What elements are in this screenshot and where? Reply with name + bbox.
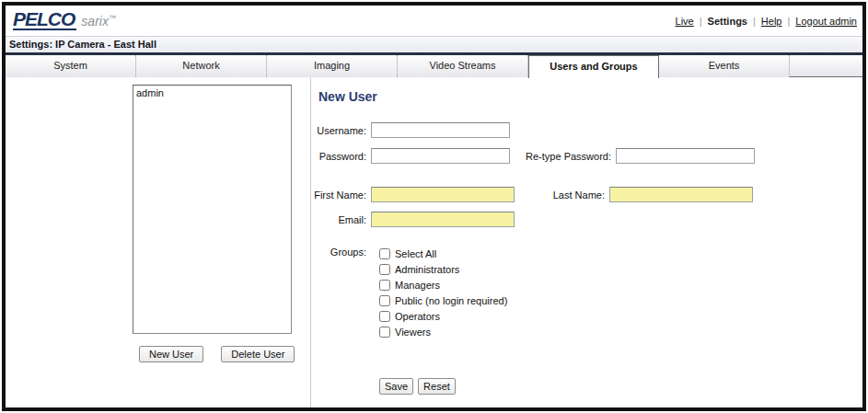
reset-button[interactable]: Reset bbox=[418, 378, 456, 395]
password-input[interactable] bbox=[371, 148, 510, 164]
operators-checkbox[interactable] bbox=[379, 311, 390, 322]
nav-live-link[interactable]: Live bbox=[676, 16, 694, 27]
password-label: Password: bbox=[311, 151, 366, 162]
first-name-input[interactable] bbox=[371, 187, 515, 202]
page-frame: PELCOsarix™ Live|Settings|Help|Logout ad… bbox=[2, 2, 866, 411]
tab-events[interactable]: Events bbox=[659, 55, 790, 77]
password-row: Password: Re-type Password: bbox=[311, 148, 755, 164]
group-option-administrators[interactable]: Administrators bbox=[379, 261, 507, 277]
save-button[interactable]: Save bbox=[379, 378, 413, 395]
group-option-label: Select All bbox=[395, 248, 436, 259]
tab-network[interactable]: Network bbox=[136, 55, 267, 77]
tab-bar-filler bbox=[790, 55, 862, 76]
tab-system[interactable]: System bbox=[6, 55, 136, 77]
new-user-button[interactable]: New User bbox=[139, 346, 203, 362]
page-title: Settings: IP Camera - East Hall bbox=[6, 36, 862, 52]
nav-separator: | bbox=[753, 16, 756, 27]
tab-bar: System Network Imaging Video Streams Use… bbox=[6, 55, 862, 77]
groups-label: Groups: bbox=[311, 247, 366, 258]
groups-checklist: Select All Administrators Managers Publi… bbox=[379, 246, 507, 339]
new-user-form: New User Username: Password: Re-type Pas… bbox=[311, 77, 862, 407]
group-option-label: Managers bbox=[395, 280, 440, 291]
nav-separator: | bbox=[700, 16, 702, 27]
form-actions: Save Reset bbox=[379, 378, 456, 395]
form-heading: New User bbox=[318, 89, 377, 104]
group-option-label: Viewers bbox=[395, 327, 431, 338]
pelco-logo: PELCOsarix™ bbox=[13, 10, 116, 30]
viewers-checkbox[interactable] bbox=[379, 327, 390, 338]
group-option-label: Operators bbox=[395, 311, 440, 322]
user-list-panel: admin New User Delete User bbox=[6, 77, 311, 407]
first-name-label: First Name: bbox=[311, 189, 366, 201]
screenshot-stage: PELCOsarix™ Live|Settings|Help|Logout ad… bbox=[0, 0, 868, 413]
content-area: admin New User Delete User New User User… bbox=[6, 77, 862, 407]
group-option-public[interactable]: Public (no login required) bbox=[379, 293, 507, 308]
username-label: Username: bbox=[311, 125, 366, 136]
managers-checkbox[interactable] bbox=[379, 280, 390, 291]
public-checkbox[interactable] bbox=[379, 295, 390, 306]
group-option-label: Public (no login required) bbox=[395, 295, 507, 306]
last-name-input[interactable] bbox=[609, 187, 753, 202]
tab-video-streams[interactable]: Video Streams bbox=[398, 55, 528, 77]
retype-password-label: Re-type Password: bbox=[523, 151, 611, 162]
group-option-label: Administrators bbox=[395, 264, 459, 275]
header: PELCOsarix™ Live|Settings|Help|Logout ad… bbox=[6, 6, 862, 36]
groups-row: Groups: Select All Administrators Manage… bbox=[311, 246, 507, 339]
logo-brand-text: PELCO bbox=[13, 10, 76, 30]
administrators-checkbox[interactable] bbox=[379, 264, 390, 275]
select-all-checkbox[interactable] bbox=[379, 248, 390, 259]
group-option-managers[interactable]: Managers bbox=[379, 277, 507, 293]
top-navigation: Live|Settings|Help|Logout admin bbox=[676, 16, 857, 27]
tab-imaging[interactable]: Imaging bbox=[267, 55, 398, 77]
user-list-buttons: New User Delete User bbox=[139, 346, 295, 362]
nav-separator: | bbox=[787, 16, 790, 27]
tab-users-and-groups[interactable]: Users and Groups bbox=[528, 55, 659, 78]
delete-user-button[interactable]: Delete User bbox=[221, 346, 295, 362]
retype-password-input[interactable] bbox=[616, 148, 755, 164]
username-input[interactable] bbox=[371, 122, 510, 138]
group-option-viewers[interactable]: Viewers bbox=[379, 324, 507, 339]
nav-logout-link[interactable]: Logout admin bbox=[795, 16, 857, 27]
email-label: Email: bbox=[311, 214, 366, 225]
group-option-operators[interactable]: Operators bbox=[379, 308, 507, 324]
logo-trademark: ™ bbox=[109, 14, 116, 22]
username-row: Username: bbox=[311, 122, 510, 138]
nav-settings-current[interactable]: Settings bbox=[708, 16, 747, 27]
last-name-label: Last Name: bbox=[522, 189, 605, 201]
group-option-select-all[interactable]: Select All bbox=[379, 246, 507, 261]
user-list-item-admin[interactable]: admin bbox=[136, 86, 288, 99]
email-row: Email: bbox=[311, 212, 515, 227]
name-row: First Name: Last Name: bbox=[311, 187, 753, 202]
nav-help-link[interactable]: Help bbox=[761, 16, 782, 27]
logo-product-text: sarix bbox=[81, 14, 109, 29]
email-input[interactable] bbox=[371, 212, 515, 227]
user-listbox[interactable]: admin bbox=[133, 85, 292, 334]
